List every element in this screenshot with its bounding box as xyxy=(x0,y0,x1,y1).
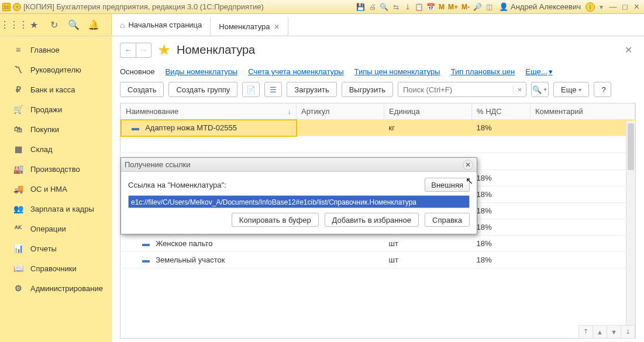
create-button[interactable]: Создать xyxy=(120,82,164,97)
col-vat[interactable]: % НДС xyxy=(472,103,531,120)
subnav-link[interactable]: Тип плановых цен xyxy=(451,67,515,76)
print-icon[interactable]: 🖨 xyxy=(367,2,378,12)
window-maximize[interactable]: ◻ xyxy=(619,2,630,12)
item-marker-icon: ▬ xyxy=(142,255,150,264)
window-close[interactable]: ✕ xyxy=(631,2,642,12)
export-icon[interactable]: ⤓ xyxy=(402,2,413,12)
nav-forward[interactable]: → xyxy=(136,43,151,57)
scroll-down-icon[interactable]: ▼ xyxy=(607,326,621,338)
sidebar-item[interactable]: 🏭 Производство xyxy=(0,159,112,179)
search-global-icon[interactable]: 🔍 xyxy=(68,19,80,31)
cell-name: ▬ Адаптер ножа MTD-02555 xyxy=(121,120,297,136)
info-icon[interactable]: i xyxy=(586,2,595,12)
nav-back[interactable]: ← xyxy=(120,43,136,57)
tab-nomenklatura[interactable]: Номенклатура ✕ xyxy=(210,18,288,36)
table-row[interactable]: ▬ Адаптер ножа MTD-02555 кг 18% xyxy=(121,120,635,136)
subnav-current[interactable]: Основное xyxy=(120,67,155,76)
copy-button[interactable]: Копировать в буфер xyxy=(232,213,319,227)
subnav-link[interactable]: Счета учета номенклатуры xyxy=(248,67,343,76)
cell-vat: 18% xyxy=(472,252,531,268)
sidebar-item[interactable]: 〽 Руководителю xyxy=(0,60,112,80)
tabstrip-row: ⋮⋮⋮ ★ ↻ 🔍 🔔 ⌂ Начальная страница Номенкл… xyxy=(0,14,644,36)
sidebar-item[interactable]: ▦ Склад xyxy=(0,139,112,159)
mem-m-minus[interactable]: M- xyxy=(460,3,471,11)
help-button[interactable]: ? xyxy=(594,82,611,97)
clear-search-icon[interactable]: × xyxy=(513,85,526,94)
add-fav-button[interactable]: Добавить в избранное xyxy=(325,213,419,227)
sidebar-item[interactable]: ≡ Главное xyxy=(0,40,112,60)
calendar-icon[interactable]: 📅 xyxy=(426,2,436,12)
scroll-top-icon[interactable]: ⤒ xyxy=(579,326,593,338)
subnav-link[interactable]: Типы цен номенклатуры xyxy=(354,67,440,76)
calculator-icon[interactable]: 📋 xyxy=(414,2,425,12)
external-link-button[interactable]: Внешняя xyxy=(425,178,470,192)
app-menu-dropdown[interactable]: ▾ xyxy=(13,3,21,11)
unload-button[interactable]: Выгрузить xyxy=(342,82,393,97)
link-url-field[interactable]: e1c://filev/C/Users/Melkov_A/Documents/I… xyxy=(128,195,470,208)
cell-vat: 18% xyxy=(472,170,531,186)
page-close[interactable]: ✕ xyxy=(625,44,636,56)
mem-m-plus[interactable]: M+ xyxy=(447,3,459,11)
user-name: Андрей Алексеевич xyxy=(511,2,581,11)
col-unit[interactable]: Единица xyxy=(384,103,472,120)
sidebar-item[interactable]: ᴬᴷ Операции xyxy=(0,219,112,239)
list-mode-button[interactable]: ☰ xyxy=(264,82,282,97)
sidebar-item[interactable]: ₽ Банк и касса xyxy=(0,80,112,99)
sidebar-item[interactable]: 📊 Отчеты xyxy=(0,239,112,258)
window-minimize[interactable]: — xyxy=(608,2,618,12)
cell-vat: 18% xyxy=(472,236,531,252)
create-group-button[interactable]: Создать группу xyxy=(168,82,237,97)
zoom-icon[interactable]: 🔎 xyxy=(472,2,483,12)
col-name[interactable]: Наименование ↓ xyxy=(121,103,297,120)
sidebar-item-label: Главное xyxy=(30,46,60,54)
sidebar-item-label: Банк и касса xyxy=(30,85,75,94)
table-row[interactable]: ▬ Женское пальто шт 18% xyxy=(121,236,635,252)
window-titlebar: 1c ▾ [КОПИЯ] Бухгалтерия предприятия, ре… xyxy=(0,0,644,14)
more-menu-button[interactable]: Еще ▾ xyxy=(553,82,589,97)
sidebar-item[interactable]: 🚚 ОС и НМА xyxy=(0,179,112,199)
history-icon[interactable]: ↻ xyxy=(48,19,60,31)
sidebar-item-icon: 📊 xyxy=(13,243,23,254)
sidebar-item[interactable]: 📖 Справочники xyxy=(0,258,112,278)
load-button[interactable]: Загрузить xyxy=(287,82,336,97)
create-copy-button[interactable]: 📄 xyxy=(242,82,260,97)
search-input[interactable] xyxy=(398,85,513,94)
mem-m[interactable]: M xyxy=(438,3,446,11)
sidebar-item-icon: ᴬᴷ xyxy=(13,223,23,234)
subnav-more[interactable]: Еще...▾ xyxy=(525,67,552,76)
scroll-bottom-icon[interactable]: ⤓ xyxy=(621,326,635,338)
dialog-close-button[interactable]: ✕ xyxy=(463,160,473,170)
col-comment[interactable]: Комментарий xyxy=(531,103,635,120)
sidebar-item-icon: 👥 xyxy=(13,203,23,214)
col-article[interactable]: Артикул xyxy=(297,103,384,120)
current-user[interactable]: 👤 Андрей Алексеевич xyxy=(495,2,584,11)
notifications-icon[interactable]: 🔔 xyxy=(88,19,99,31)
preview-icon[interactable]: 🔍 xyxy=(379,2,390,12)
panels-icon[interactable]: ◫ xyxy=(484,2,494,12)
close-icon[interactable]: ✕ xyxy=(274,23,280,31)
favorite-star-icon[interactable]: ★ xyxy=(157,41,171,59)
search-button[interactable]: 🔍▾ xyxy=(531,82,549,97)
sidebar-item[interactable]: 🛒 Продажи xyxy=(0,99,112,119)
vertical-scrollbar[interactable] xyxy=(626,121,635,325)
compare-icon[interactable]: ⇆ xyxy=(391,2,401,12)
sidebar-item[interactable]: ⚙ Администрирование xyxy=(0,278,112,298)
scroll-up-icon[interactable]: ▲ xyxy=(593,326,607,338)
sidebar-item[interactable]: 🛍 Покупки xyxy=(0,119,112,139)
save-icon[interactable]: 💾 xyxy=(356,2,366,12)
sidebar-item-label: ОС и НМА xyxy=(30,185,67,194)
dialog-titlebar: Получение ссылки ✕ xyxy=(121,158,477,172)
sort-indicator-icon: ↓ xyxy=(288,107,292,116)
tab-home[interactable]: ⌂ Начальная страница xyxy=(112,14,210,36)
help-button[interactable]: Справка xyxy=(425,213,470,227)
sidebar-item-icon: 🚚 xyxy=(13,184,23,194)
favorite-icon[interactable]: ★ xyxy=(28,19,40,31)
apps-icon[interactable]: ⋮⋮⋮ xyxy=(8,19,20,31)
subnav-link[interactable]: Виды номенклатуры xyxy=(166,67,238,76)
cell-comment xyxy=(531,186,635,203)
sidebar-item[interactable]: 👥 Зарплата и кадры xyxy=(0,199,112,219)
table-row[interactable]: ▬ Земельный участок шт 18% xyxy=(121,252,635,268)
options-dropdown-icon[interactable]: ▾ xyxy=(596,2,607,12)
cell-unit: шт xyxy=(384,236,472,252)
sidebar-item-label: Отчеты xyxy=(30,244,57,253)
